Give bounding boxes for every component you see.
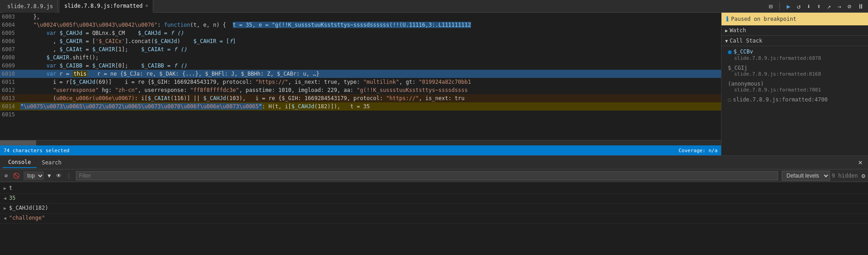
line-number: 6011 [0, 78, 19, 86]
status-left: 74 characters selected [4, 148, 70, 154]
console-value-challenge: "challenge" [9, 215, 45, 221]
console-output: ▶ t ◀ 35 ▶ $_CAHJd(182) ◀ "challenge" [0, 182, 868, 255]
console-line-cahjd: ▶ $_CAHJd(182) [0, 204, 868, 214]
step-icon[interactable]: ↗ [826, 2, 832, 11]
call-stack-list: ● $_CCBv slide.7.8.9.js:formatted:6078 $… [722, 46, 868, 155]
console-close-icon[interactable]: × [855, 158, 865, 167]
line-number: 6009 [0, 62, 19, 70]
tab-slide-js[interactable]: slide.7.8.9.js [3, 0, 58, 13]
call-stack-section-header[interactable]: Call Stack [722, 36, 868, 46]
line-number: 6005 [0, 29, 19, 37]
tab-search[interactable]: Search [37, 158, 67, 168]
table-row: 6011 i = r[$_CAHJd(69)] i = re {$_GIH: 1… [0, 78, 721, 86]
tab-label-2: slide.7.8.9.js:formatted [64, 3, 142, 9]
close-tab-icon[interactable]: × [146, 3, 148, 8]
line-content: "\u0075\u0073\u0065\u0072\u0072\u0065\u0… [19, 102, 721, 111]
console-value-35: 35 [9, 195, 15, 201]
console-block-icon[interactable]: 🚫 [11, 172, 22, 180]
pause-icon[interactable]: ⏸ [856, 2, 865, 11]
eye-icon[interactable]: 👁 [54, 172, 63, 180]
line-number: 6006 [0, 37, 19, 45]
line-content: , $_CAIAt = $_CAHIR[1]; $_CAIAt = f () [19, 45, 721, 53]
tab-slide-js-formatted[interactable]: slide.7.8.9.js:formatted × [60, 0, 153, 13]
breakpoint-text: Paused on breakpoint [731, 16, 797, 22]
fn-location-ccbv: slide.7.8.9.js:formatted:6078 [728, 55, 863, 61]
fn-location-cgij: slide.7.8.9.js:formatted:8168 [728, 71, 863, 77]
table-row: 6015 [0, 111, 721, 119]
call-stack-item-anon[interactable]: (anonymous) slide.7.8.9.js:formatted:780… [722, 79, 868, 95]
line-number: 6003 [0, 13, 19, 21]
fn-name-ccbv: ● $_CCBv [728, 48, 863, 55]
line-content: }, [19, 13, 721, 21]
code-area[interactable]: 6003 }, 6004 "\u0024\u005f\u0043\u0043\u… [0, 13, 721, 140]
line-content: "userresponse" hg: "zh-cn", userresponse… [19, 86, 721, 94]
toolbar-separator [779, 2, 780, 10]
status-bar: 74 characters selected Coverage: n/a [0, 145, 721, 155]
tab-label-1: slide.7.8.9.js [7, 3, 53, 10]
code-table: 6003 }, 6004 "\u0024\u005f\u0043\u0043\u… [0, 13, 721, 119]
arrow-challenge: ◀ [4, 215, 6, 221]
console-toolbar: ⊘ 🚫 top ▼ 👁 | Default levels 9 hidden ⚙ [0, 169, 868, 182]
line-content: i = r[$_CAHJd(69)] i = re {$_GIH: 166928… [19, 78, 721, 86]
settings-icon[interactable]: ⚙ [862, 172, 865, 179]
line-content: $_CAHIR.shift(); [19, 53, 721, 62]
tab-console[interactable]: Console [3, 157, 37, 168]
call-stack-item-cgij[interactable]: $_CGIj slide.7.8.9.js:formatted:8168 [722, 63, 868, 79]
table-row: 6008 $_CAHIR.shift(); [0, 53, 721, 62]
table-row: 6010 var r = this r = ne {$_CJa: re, $_D… [0, 70, 721, 78]
watch-label: Watch [730, 27, 746, 34]
step-out-icon[interactable]: ⬆ [816, 2, 822, 11]
active-frame-icon: ● [728, 48, 731, 55]
levels-select[interactable]: Default levels [782, 171, 830, 181]
line-number: 6014 [0, 102, 19, 111]
dont-pause-icon[interactable]: ⊘ [846, 2, 853, 11]
inactive-frame-icon: ○ [728, 96, 731, 103]
horizontal-scrollbar[interactable] [0, 140, 721, 145]
console-tabs: Console Search × [0, 156, 868, 169]
status-right: Coverage: n/a [679, 148, 717, 154]
table-row: 6005 var $_CAHJd = QBLnx.$_CM $_CAHJd = … [0, 29, 721, 37]
top-toolbar: slide.7.8.9.js slide.7.8.9.js:formatted … [0, 0, 868, 13]
line-number: 6012 [0, 86, 19, 94]
watch-arrow-icon [725, 28, 728, 33]
call-stack-item-ccbv[interactable]: ● $_CCBv slide.7.8.9.js:formatted:6078 [722, 46, 868, 63]
line-content: (u00ce_u006r(u006e\u0067): i[$_CAIAt(116… [19, 94, 721, 102]
expand-icon-t[interactable]: ▶ [4, 185, 6, 191]
line-number: 6013 [0, 94, 19, 102]
call-stack-item-loc[interactable]: ○ slide.7.8.9.js:formatted:4700 [722, 95, 868, 105]
filter-sep: | [65, 173, 72, 179]
line-number: 6004 [0, 21, 19, 29]
line-number: 6010 [0, 70, 19, 78]
expand-icon-cahjd[interactable]: ▶ [4, 205, 6, 211]
line-number: 6008 [0, 53, 19, 62]
call-stack-arrow-icon [725, 38, 728, 43]
toolbar-icons: ⊟ ▶ ↺ ⬇ ⬆ ↗ ⇢ ⊘ ⏸ [768, 2, 866, 11]
console-value-t: t [9, 185, 12, 191]
watch-section-header[interactable]: Watch [722, 25, 868, 36]
filter-input[interactable] [76, 171, 778, 180]
info-icon: ℹ [726, 15, 728, 23]
resume-icon[interactable]: ▶ [785, 2, 792, 11]
deactivate-icon[interactable]: ⇢ [836, 2, 842, 11]
fn-name-cgij: $_CGIj [728, 65, 863, 71]
code-panel: 6003 }, 6004 "\u0024\u005f\u0043\u0043\u… [0, 13, 721, 155]
sidebar-toggle-icon[interactable]: ⊟ [768, 2, 774, 11]
right-panel: ℹ Paused on breakpoint Watch Call Stack … [721, 13, 868, 155]
fn-label-ccbv: $_CCBv [733, 48, 753, 55]
console-clear-icon[interactable]: ⊘ [3, 172, 9, 180]
line-number: 6007 [0, 45, 19, 53]
table-row: 6003 }, [0, 13, 721, 21]
table-row: 6012 "userresponse" hg: "zh-cn", userres… [0, 86, 721, 94]
breakpoint-banner: ℹ Paused on breakpoint [722, 13, 868, 25]
line-content [19, 111, 721, 119]
context-select[interactable]: top [24, 171, 44, 180]
line-content: "\u0024\u005f\u0043\u0043\u0042\u0076": … [19, 21, 721, 29]
step-into-icon[interactable]: ⬇ [806, 2, 812, 11]
hidden-count: 9 hidden [832, 173, 860, 179]
step-over-icon[interactable]: ↺ [795, 2, 802, 11]
fn-name-loc: ○ slide.7.8.9.js:formatted:4700 [728, 96, 863, 103]
table-row: 6006 , $_CAHIR = ['$_CAICx'].concat($_CA… [0, 37, 721, 45]
table-row: 6004 "\u0024\u005f\u0043\u0043\u0042\u00… [0, 21, 721, 29]
dropdown-icon[interactable]: ▼ [46, 172, 52, 180]
console-line-35: ◀ 35 [0, 194, 868, 204]
